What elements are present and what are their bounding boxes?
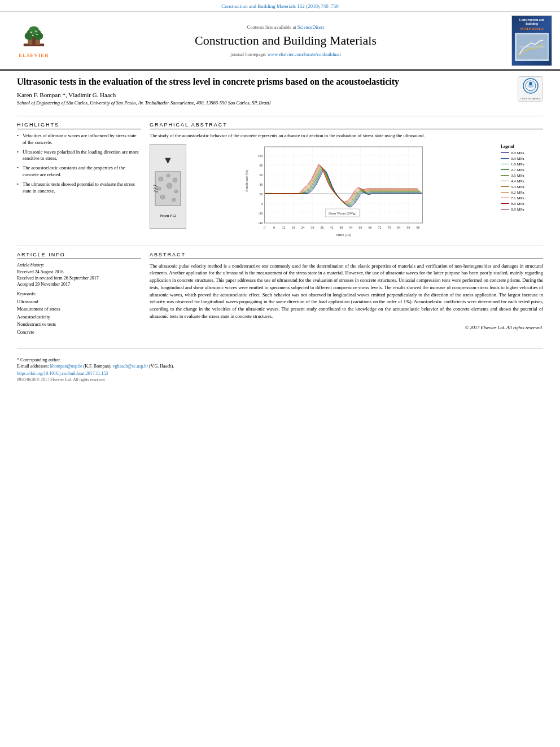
sciencedirect-link[interactable]: ScienceDirect bbox=[298, 24, 325, 30]
keywords-section: Keywords: Ultrasound Measurement of stre… bbox=[17, 291, 141, 337]
email-1-link[interactable]: kbompan@usp.br bbox=[50, 364, 82, 369]
legend-item-5: 4.4 MPa bbox=[501, 179, 543, 184]
graphical-abstract-heading: GRAPHICAL ABSTRACT bbox=[150, 122, 543, 129]
svg-text:Time (μs): Time (μs) bbox=[336, 233, 352, 237]
top-citation-bar: Construction and Building Materials 162 … bbox=[0, 0, 560, 12]
journal-title-section: Contents lists available at ScienceDirec… bbox=[68, 15, 504, 66]
legend-item-3: 2.7 MPa bbox=[501, 168, 543, 172]
history-label: Article history: bbox=[17, 263, 141, 268]
svg-text:84: 84 bbox=[397, 226, 401, 229]
legend-item-6: 5.3 MPa bbox=[501, 185, 543, 189]
svg-text:-40: -40 bbox=[259, 221, 263, 225]
svg-text:-20: -20 bbox=[259, 212, 263, 215]
info-abstract-section: ARTICLE INFO Article history: Received 2… bbox=[17, 252, 543, 337]
journal-cover-section: Construction and Building MATERIALS bbox=[509, 15, 554, 66]
svg-point-17 bbox=[159, 177, 163, 181]
legend-color-9 bbox=[501, 203, 509, 204]
svg-text:0: 0 bbox=[264, 226, 265, 229]
email-label: E-mail addresses: bbox=[17, 364, 49, 369]
svg-text:48: 48 bbox=[340, 226, 343, 229]
svg-text:36: 36 bbox=[321, 226, 324, 229]
keyword-3: Nondestructive tests bbox=[17, 321, 141, 329]
highlight-item-3: The acoustoelastic constants and the pro… bbox=[17, 165, 141, 178]
highlight-item-1: Velocities of ultrasonic waves are influ… bbox=[17, 133, 141, 146]
svg-text:30: 30 bbox=[311, 226, 314, 229]
svg-text:60: 60 bbox=[359, 226, 362, 229]
highlights-graphical-section: HIGHLIGHTS Velocities of ultrasonic wave… bbox=[17, 122, 543, 240]
legend-label-3: 2.7 MPa bbox=[511, 168, 524, 172]
elsevier-label: ELSEVIER bbox=[19, 53, 49, 58]
legend-label-0: 0.0 MPa bbox=[511, 151, 524, 155]
svg-text:78: 78 bbox=[388, 226, 391, 229]
svg-point-15 bbox=[529, 82, 532, 85]
legend-color-8 bbox=[501, 198, 509, 198]
legend-color-5 bbox=[501, 181, 509, 181]
waveform-chart: 100 80 60 40 20 0 -20 -40 Amplitude (%) … bbox=[190, 144, 497, 240]
journal-homepage: journal homepage: www.elsevier.com/locat… bbox=[230, 51, 341, 57]
highlights-column: HIGHLIGHTS Velocities of ultrasonic wave… bbox=[17, 122, 141, 240]
legend-item-7: 6.2 MPa bbox=[501, 190, 543, 195]
svg-text:12: 12 bbox=[282, 226, 286, 229]
prism-diagram-svg bbox=[152, 169, 183, 211]
legend-label-4: 3.5 MPa bbox=[511, 173, 524, 178]
legend-label-10: 8.9 MPa bbox=[511, 207, 524, 212]
cover-decorative-image bbox=[515, 33, 549, 61]
doi-link[interactable]: https://doi.org/10.1016/j.conbuildmat.20… bbox=[17, 371, 543, 376]
keyword-0: Ultrasound bbox=[17, 298, 141, 306]
authors-text: Karen F. Bompan *, Vladimir G. Haach bbox=[17, 91, 116, 98]
legend-item-9: 8.0 MPa bbox=[501, 202, 543, 206]
prism-label: Prism P12 bbox=[160, 213, 176, 218]
journal-header: ELSEVIER Contents lists available at Sci… bbox=[0, 12, 560, 71]
keyword-2: Acoustoelasticity bbox=[17, 313, 141, 321]
legend-item-10: 8.9 MPa bbox=[501, 207, 543, 212]
divider-2 bbox=[17, 246, 543, 246]
legend-item-1: 0.9 MPa bbox=[501, 156, 543, 161]
corresponding-author-note: * Corresponding author. bbox=[17, 357, 543, 362]
elsevier-logo: ELSEVIER bbox=[17, 23, 51, 58]
cover-chart-icon bbox=[517, 34, 548, 59]
svg-text:66: 66 bbox=[369, 226, 372, 229]
journal-cover-image: Construction and Building MATERIALS bbox=[511, 15, 552, 66]
graphical-abstract-column: GRAPHICAL ABSTRACT The study of the acou… bbox=[150, 122, 543, 240]
received-date: Received 24 August 2016 bbox=[17, 269, 141, 274]
email-2-author: (V.G. Haach). bbox=[149, 364, 174, 369]
abstract-column: ABSTRACT The ultrasonic pulse velocity m… bbox=[150, 252, 543, 337]
svg-point-9 bbox=[32, 34, 34, 36]
abstract-text: The ultrasonic pulse velocity method is … bbox=[150, 263, 543, 320]
svg-text:24: 24 bbox=[301, 226, 305, 229]
divider-1 bbox=[17, 116, 543, 116]
svg-text:90: 90 bbox=[407, 226, 410, 229]
svg-text:100: 100 bbox=[258, 154, 263, 158]
svg-text:42: 42 bbox=[330, 226, 334, 229]
legend-color-7 bbox=[501, 192, 509, 193]
legend-color-10 bbox=[501, 209, 509, 209]
homepage-url[interactable]: www.elsevier.com/locate/conbuildmat bbox=[268, 51, 341, 57]
homepage-label: journal homepage: bbox=[230, 51, 266, 57]
svg-point-19 bbox=[173, 178, 177, 182]
svg-text:72: 72 bbox=[378, 226, 382, 229]
svg-text:40: 40 bbox=[260, 183, 263, 186]
graphical-abstract-text: The study of the acoustoelastic behavior… bbox=[150, 133, 543, 139]
svg-text:80: 80 bbox=[260, 164, 263, 167]
sciencedirect-info: Contents lists available at ScienceDirec… bbox=[247, 24, 325, 30]
legend-color-3 bbox=[501, 169, 509, 170]
legend-title: Legend bbox=[501, 144, 543, 149]
article-title-section: Ultrasonic tests in the evaluation of th… bbox=[17, 76, 543, 110]
svg-point-8 bbox=[35, 30, 37, 32]
legend-label-5: 4.4 MPa bbox=[511, 179, 524, 184]
prism-image: ▼ bbox=[150, 144, 186, 229]
legend-label-9: 8.0 MPa bbox=[511, 202, 524, 206]
keywords-label: Keywords: bbox=[17, 291, 141, 296]
legend-label-7: 6.2 MPa bbox=[511, 190, 524, 195]
load-arrow-icon: ▼ bbox=[163, 155, 173, 167]
svg-point-24 bbox=[172, 198, 176, 202]
author-affiliation: School of Engineering of São Carlos, Uni… bbox=[17, 100, 512, 106]
legend-label-6: 5.3 MPa bbox=[511, 185, 524, 189]
svg-text:60: 60 bbox=[260, 173, 263, 177]
svg-point-10 bbox=[36, 34, 38, 36]
svg-text:0: 0 bbox=[261, 202, 263, 206]
elsevier-logo-section: ELSEVIER bbox=[6, 15, 62, 66]
footer: * Corresponding author. E-mail addresses… bbox=[0, 354, 560, 386]
email-2-link[interactable]: vghaach@sc.usp.br bbox=[113, 364, 148, 369]
chart-container: ▼ bbox=[150, 144, 543, 240]
